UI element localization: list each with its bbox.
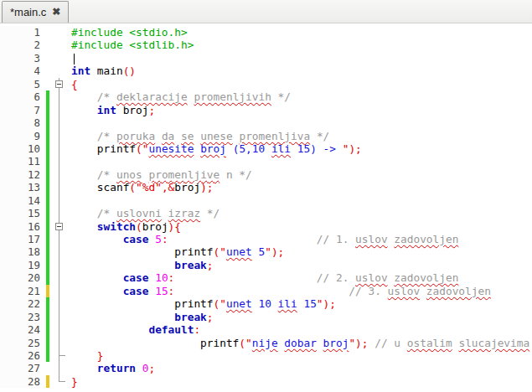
code-token: unet xyxy=(226,245,252,258)
code-token: " xyxy=(245,337,252,349)
line-number[interactable]: 16 xyxy=(0,220,40,233)
code-token: deklaracije xyxy=(116,90,188,103)
code-token: broj xyxy=(174,181,200,193)
fold-tree-line xyxy=(59,337,59,349)
code-text[interactable]: break; xyxy=(68,259,532,271)
code-text[interactable]: printf("nije dobar broj"); // u ostalim … xyxy=(68,337,532,349)
line-number[interactable]: 21 xyxy=(0,285,40,297)
code-editor[interactable]: 1#include <stdio.h>2#include <stdlib.h>3… xyxy=(0,24,532,392)
code-text[interactable] xyxy=(68,155,532,168)
code-token xyxy=(420,285,426,297)
code-text[interactable] xyxy=(68,52,532,64)
code-text[interactable]: } xyxy=(68,375,532,388)
code-text[interactable]: int broj; xyxy=(68,104,532,116)
code-text[interactable]: switch(broj){ xyxy=(68,220,532,233)
code-text[interactable]: case 5: // 1. uslov zadovoljen xyxy=(68,233,532,245)
code-text[interactable]: case 10: // 2. uslov zadovoljen xyxy=(68,271,532,284)
fold-margin xyxy=(49,78,68,90)
line-number[interactable]: 8 xyxy=(0,116,40,129)
line-number[interactable]: 19 xyxy=(0,259,40,271)
line-number[interactable]: 18 xyxy=(0,245,40,258)
line-number[interactable]: 3 xyxy=(0,52,40,64)
code-text[interactable]: int main() xyxy=(68,64,532,77)
code-text[interactable]: break; xyxy=(68,311,532,323)
code-text[interactable]: scanf("%d",&broj); xyxy=(68,181,532,193)
code-token xyxy=(71,90,97,103)
code-token: ili xyxy=(278,297,297,310)
line-number[interactable]: 2 xyxy=(0,39,40,51)
fold-toggle-icon[interactable] xyxy=(55,80,63,88)
code-token: 5 xyxy=(155,233,162,245)
code-text[interactable]: /* uslovni izraz */ xyxy=(68,207,532,219)
line-number[interactable]: 25 xyxy=(0,337,40,349)
line-number[interactable]: 17 xyxy=(0,233,40,245)
line-number[interactable]: 22 xyxy=(0,297,40,310)
code-token: 0 xyxy=(142,362,149,374)
line-number[interactable]: 7 xyxy=(0,104,40,116)
line-number[interactable]: 9 xyxy=(0,130,40,142)
fold-toggle-icon[interactable] xyxy=(55,223,63,230)
code-text[interactable]: return 0; xyxy=(68,362,532,374)
line-number[interactable]: 15 xyxy=(0,207,40,219)
code-text[interactable] xyxy=(68,194,532,207)
fold-margin xyxy=(49,285,68,297)
code-token xyxy=(162,207,168,219)
code-token: */ xyxy=(271,90,291,103)
line-number[interactable]: 20 xyxy=(0,271,40,284)
code-token: ostalim xyxy=(407,337,452,349)
code-text[interactable]: printf("unet 5"); xyxy=(68,245,532,258)
code-text[interactable]: #include <stdlib.h> xyxy=(68,39,532,51)
code-text[interactable]: { xyxy=(68,78,532,90)
line-number[interactable]: 26 xyxy=(0,349,40,362)
code-text[interactable]: /* poruka da se unese promenljiva */ xyxy=(68,130,532,142)
code-token: uslov xyxy=(355,233,388,245)
code-token xyxy=(317,337,323,349)
code-token: (5,10 xyxy=(226,142,271,155)
fold-margin xyxy=(49,337,68,349)
code-token: ; xyxy=(148,104,155,116)
code-token xyxy=(71,168,97,181)
tab-main-c[interactable]: *main.c ✖ xyxy=(2,1,69,23)
line-number[interactable]: 12 xyxy=(0,168,40,181)
line-number[interactable]: 5 xyxy=(0,78,40,90)
line-number[interactable]: 10 xyxy=(0,142,40,155)
code-token: broj xyxy=(116,104,149,116)
code-token: nije xyxy=(252,337,278,349)
fold-margin xyxy=(49,233,68,245)
line-number[interactable]: 28 xyxy=(0,375,40,388)
code-token: // 1. xyxy=(317,233,355,245)
line-number[interactable]: 23 xyxy=(0,311,40,323)
fold-tree-line xyxy=(59,297,59,310)
fold-tree-line xyxy=(59,194,59,207)
code-text[interactable]: printf("unet 10 ili 15"); xyxy=(68,297,532,310)
code-text[interactable]: #include <stdio.h> xyxy=(68,26,532,39)
code-text[interactable]: /* deklaracije promenljivih */ xyxy=(68,90,532,103)
fold-margin xyxy=(49,297,68,310)
code-text[interactable]: printf("unesite broj (5,10 ili 15) -> ")… xyxy=(68,142,532,155)
line-number[interactable]: 11 xyxy=(0,155,40,168)
line-number[interactable]: 24 xyxy=(0,323,40,336)
code-token: dobar xyxy=(284,337,317,349)
code-token: unet xyxy=(226,297,252,310)
line-number[interactable]: 13 xyxy=(0,181,40,193)
code-text[interactable] xyxy=(68,116,532,129)
tab-close-icon[interactable]: ✖ xyxy=(52,7,60,17)
fold-margin xyxy=(49,207,68,219)
line-number[interactable]: 1 xyxy=(0,26,40,39)
fold-margin xyxy=(49,245,68,258)
code-text[interactable]: /* unos promenljive n */ xyxy=(68,168,532,181)
line-number[interactable]: 14 xyxy=(0,194,40,207)
tab-label: *main.c xyxy=(10,6,46,18)
fold-margin xyxy=(49,349,68,362)
code-text[interactable]: case 15: // 3. uslov zadovoljen xyxy=(68,285,532,297)
line-number[interactable]: 27 xyxy=(0,362,40,374)
code-token: */ xyxy=(200,207,220,219)
code-token: printf xyxy=(71,337,239,349)
code-token: "%d" xyxy=(136,181,162,193)
code-text[interactable]: } xyxy=(68,349,532,362)
tab-bar: *main.c ✖ xyxy=(0,0,532,23)
code-text[interactable]: default: xyxy=(68,323,532,336)
code-token: default xyxy=(148,323,194,336)
line-number[interactable]: 6 xyxy=(0,90,40,103)
line-number[interactable]: 4 xyxy=(0,64,40,77)
